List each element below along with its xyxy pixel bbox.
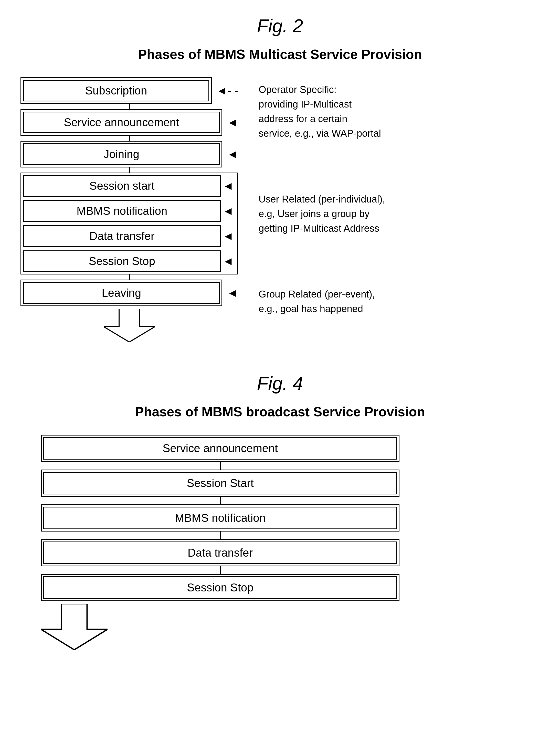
session-start-row: Session start <box>23 175 221 196</box>
group-arrows: ◄ ◄ ◄ ◄ <box>222 173 234 274</box>
group-related-text: Group Related (per-event),e.g., goal has… <box>259 289 375 314</box>
leaving-row: Leaving ◄ <box>20 279 238 306</box>
conn4 <box>20 274 238 279</box>
group-inner-col: Session start MBMS notification Data tra… <box>23 175 221 272</box>
fig4-conn2 <box>41 497 399 505</box>
fig2-diagram: Subscription ◄- - Service announcement ◄ <box>20 77 540 342</box>
operator-annotation-text: Operator Specific:providing IP-Multicast… <box>259 84 381 139</box>
fig4-session-start-label: Session Start <box>43 472 397 494</box>
fig4-session-stop-label: Session Stop <box>43 576 397 599</box>
fig4-title: Fig. 4 <box>20 373 540 394</box>
gap2 <box>23 222 221 225</box>
fig2-subtitle: Phases of MBMS Multicast Service Provisi… <box>20 47 540 62</box>
arrow-mbms: ◄ <box>222 205 234 217</box>
mbms-notif-label: MBMS notification <box>23 200 221 222</box>
service-ann-box: Service announcement <box>20 109 222 136</box>
arrow-session-stop: ◄ <box>222 255 234 268</box>
subscription-arrow: ◄- - <box>216 84 238 97</box>
group-outer-box: Session start MBMS notification Data tra… <box>20 173 238 274</box>
fig2-phases-column: Subscription ◄- - Service announcement ◄ <box>20 77 238 342</box>
user-related-annotation: User Related (per-individual),e.g, User … <box>259 192 438 236</box>
user-related-text: User Related (per-individual),e.g, User … <box>259 194 385 234</box>
fig4-session-start-box: Session Start <box>41 470 399 497</box>
fig2-section: Fig. 2 Phases of MBMS Multicast Service … <box>20 15 540 342</box>
conn3 <box>20 168 238 173</box>
conn2 <box>20 136 238 141</box>
group-related-annotation: Group Related (per-event),e.g., goal has… <box>259 287 438 316</box>
data-transfer-label: Data transfer <box>23 225 221 247</box>
fig4-section: Fig. 4 Phases of MBMS broadcast Service … <box>20 373 540 650</box>
arrow-data-transfer: ◄ <box>222 230 234 243</box>
down-arrow-svg <box>104 309 155 342</box>
gap1 <box>23 196 221 200</box>
fig4-service-ann-label: Service announcement <box>43 437 397 460</box>
session-stop-label: Session Stop <box>23 250 221 272</box>
operator-annotation: Operator Specific:providing IP-Multicast… <box>259 82 438 141</box>
fig4-conn4 <box>41 566 399 574</box>
fig4-session-stop-box: Session Stop <box>41 574 399 601</box>
fig4-subtitle: Phases of MBMS broadcast Service Provisi… <box>20 404 540 420</box>
fig4-mbms-notif-label: MBMS notification <box>43 507 397 529</box>
service-ann-label: Service announcement <box>23 112 220 133</box>
fig2-title: Fig. 2 <box>20 15 540 36</box>
fig4-down-arrow <box>41 604 107 650</box>
joining-label: Joining <box>23 143 220 165</box>
subscription-label: Subscription <box>23 80 209 101</box>
fig4-conn1 <box>41 462 399 470</box>
session-start-label: Session start <box>23 175 221 196</box>
fig4-down-arrow-svg <box>41 604 107 650</box>
fig4-service-ann-box: Service announcement <box>41 435 399 462</box>
leaving-label: Leaving <box>23 282 220 304</box>
service-ann-row: Service announcement ◄ <box>20 109 238 136</box>
svg-marker-1 <box>41 604 107 650</box>
fig2-annotations: Operator Specific:providing IP-Multicast… <box>259 77 438 316</box>
conn1 <box>20 104 238 109</box>
leaving-arrow: ◄ <box>227 287 238 299</box>
arrow-session-start: ◄ <box>222 179 234 192</box>
fig4-data-transfer-box: Data transfer <box>41 539 399 566</box>
joining-arrow: ◄ <box>227 148 238 161</box>
svg-marker-0 <box>104 309 155 342</box>
fig4-diagram: Service announcement Session Start MBMS … <box>41 435 399 650</box>
fig2-down-arrow <box>20 309 238 342</box>
leaving-box: Leaving <box>20 279 222 306</box>
joining-box: Joining <box>20 141 222 168</box>
fig4-mbms-notif-box: MBMS notification <box>41 505 399 531</box>
joining-row: Joining ◄ <box>20 141 238 168</box>
data-transfer-row: Data transfer <box>23 225 221 247</box>
subscription-row: Subscription ◄- - <box>20 77 238 104</box>
subscription-box: Subscription <box>20 77 212 104</box>
mbms-notif-row: MBMS notification <box>23 200 221 222</box>
service-ann-arrow: ◄ <box>227 116 238 129</box>
fig4-conn3 <box>41 531 399 539</box>
session-stop-row: Session Stop <box>23 250 221 272</box>
gap3 <box>23 247 221 250</box>
fig4-data-transfer-label: Data transfer <box>43 541 397 564</box>
